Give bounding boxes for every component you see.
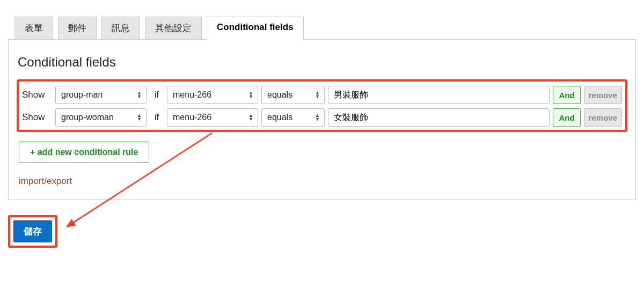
field-select-value: menu-266 xyxy=(173,113,211,122)
import-export-link[interactable]: import/export xyxy=(19,176,72,187)
and-button[interactable]: And xyxy=(553,86,580,104)
field-select-value: menu-266 xyxy=(173,90,211,100)
save-button[interactable]: 儲存 xyxy=(13,220,52,242)
show-label: Show xyxy=(22,90,52,100)
tab-mail[interactable]: 郵件 xyxy=(58,17,97,40)
tabs-bar: 表單 郵件 訊息 其他設定 Conditional fields xyxy=(14,16,636,39)
value-input[interactable] xyxy=(328,108,550,127)
conditional-fields-panel: Conditional fields Show group-man ▲▼ if … xyxy=(8,39,636,200)
chevron-up-down-icon: ▲▼ xyxy=(248,91,253,99)
group-select[interactable]: group-man ▲▼ xyxy=(55,86,147,104)
rules-highlight-box: Show group-man ▲▼ if menu-266 ▲▼ equals … xyxy=(17,79,627,132)
group-select-value: group-woman xyxy=(61,113,114,122)
operator-select-value: equals xyxy=(267,113,292,122)
group-select-value: group-man xyxy=(61,90,103,100)
operator-select-value: equals xyxy=(267,90,292,100)
add-rule-button[interactable]: + add new conditional rule xyxy=(19,142,149,163)
if-label: if xyxy=(150,112,164,123)
conditional-rule-row: Show group-woman ▲▼ if menu-266 ▲▼ equal… xyxy=(22,108,622,127)
operator-select[interactable]: equals ▲▼ xyxy=(261,86,325,104)
if-label: if xyxy=(150,90,164,100)
chevron-up-down-icon: ▲▼ xyxy=(137,114,142,121)
value-input[interactable] xyxy=(328,86,550,104)
operator-select[interactable]: equals ▲▼ xyxy=(261,108,325,127)
chevron-up-down-icon: ▲▼ xyxy=(315,91,320,99)
tab-message[interactable]: 訊息 xyxy=(101,17,140,40)
tab-conditional-fields[interactable]: Conditional fields xyxy=(207,17,304,40)
show-label: Show xyxy=(22,112,52,123)
save-highlight-box: 儲存 xyxy=(8,215,57,248)
field-select[interactable]: menu-266 ▲▼ xyxy=(167,86,258,104)
tab-other-settings[interactable]: 其他設定 xyxy=(145,17,202,40)
and-button[interactable]: And xyxy=(553,108,580,127)
remove-button[interactable]: remove xyxy=(584,86,622,104)
page-title: Conditional fields xyxy=(18,55,627,70)
chevron-up-down-icon: ▲▼ xyxy=(137,91,142,99)
tab-form[interactable]: 表單 xyxy=(14,17,53,40)
conditional-rule-row: Show group-man ▲▼ if menu-266 ▲▼ equals … xyxy=(22,86,622,104)
group-select[interactable]: group-woman ▲▼ xyxy=(55,108,147,127)
chevron-up-down-icon: ▲▼ xyxy=(248,114,253,121)
remove-button[interactable]: remove xyxy=(584,108,622,127)
field-select[interactable]: menu-266 ▲▼ xyxy=(167,108,258,127)
chevron-up-down-icon: ▲▼ xyxy=(315,114,320,121)
